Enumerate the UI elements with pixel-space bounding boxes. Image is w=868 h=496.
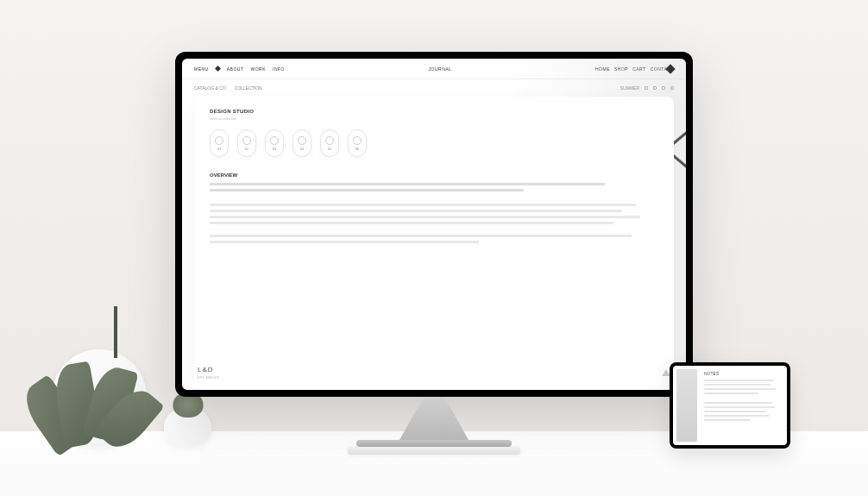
circle-icon xyxy=(270,136,279,145)
circle-icon xyxy=(298,136,306,145)
card-title: DESIGN STUDIO xyxy=(210,109,658,114)
footer-logo: L&D xyxy=(198,366,219,374)
breadcrumb[interactable]: COLLECTION xyxy=(235,85,262,91)
footer-sub: EST. MMXXIV xyxy=(198,375,219,380)
text-line xyxy=(210,241,479,243)
nav-item[interactable]: JOURNAL xyxy=(429,66,452,72)
text-line xyxy=(210,204,636,206)
tablet-image xyxy=(676,369,697,442)
tablet-device: NOTES xyxy=(670,362,790,449)
option-pill[interactable]: 06 xyxy=(348,129,367,157)
card-subtitle: minimal collection xyxy=(210,116,658,121)
option-pill[interactable]: 02 xyxy=(237,129,256,157)
tablet-heading: NOTES xyxy=(704,371,782,376)
circle-icon xyxy=(215,136,223,145)
monitor-foot xyxy=(356,440,512,447)
screen: MENU ABOUT WORK INFO JOURNAL HOME SHOP C… xyxy=(182,59,686,390)
text-line xyxy=(210,216,640,218)
text-line xyxy=(210,222,613,224)
nav-item[interactable]: ABOUT xyxy=(227,66,244,72)
option-pill[interactable]: 05 xyxy=(320,129,339,157)
text-line xyxy=(210,183,605,185)
nav-item[interactable]: WORK xyxy=(250,66,266,72)
section-title: OVERVIEW xyxy=(210,173,658,178)
option-pill[interactable]: 01 xyxy=(210,129,229,157)
breadcrumb[interactable]: CATALOG & CO xyxy=(194,85,226,91)
text-line xyxy=(210,210,622,212)
keyboard xyxy=(348,446,520,455)
circle-icon xyxy=(353,136,362,145)
nav-dot-icon xyxy=(215,65,221,71)
text-line xyxy=(210,235,632,237)
circle-icon xyxy=(325,136,334,145)
option-pill[interactable]: 03 xyxy=(265,129,284,157)
circle-icon xyxy=(242,136,251,145)
nav-item[interactable]: INFO xyxy=(273,66,285,72)
nav-item[interactable]: MENU xyxy=(194,66,209,72)
monitor-stand xyxy=(399,397,469,440)
option-row: 01 02 03 04 05 06 xyxy=(210,129,658,157)
text-line xyxy=(210,189,524,191)
content-card: DESIGN STUDIO minimal collection 01 02 0… xyxy=(194,97,674,390)
option-pill[interactable]: 04 xyxy=(292,129,311,157)
potted-plant xyxy=(52,349,147,444)
desktop-monitor: MENU ABOUT WORK INFO JOURNAL HOME SHOP C… xyxy=(175,52,693,447)
